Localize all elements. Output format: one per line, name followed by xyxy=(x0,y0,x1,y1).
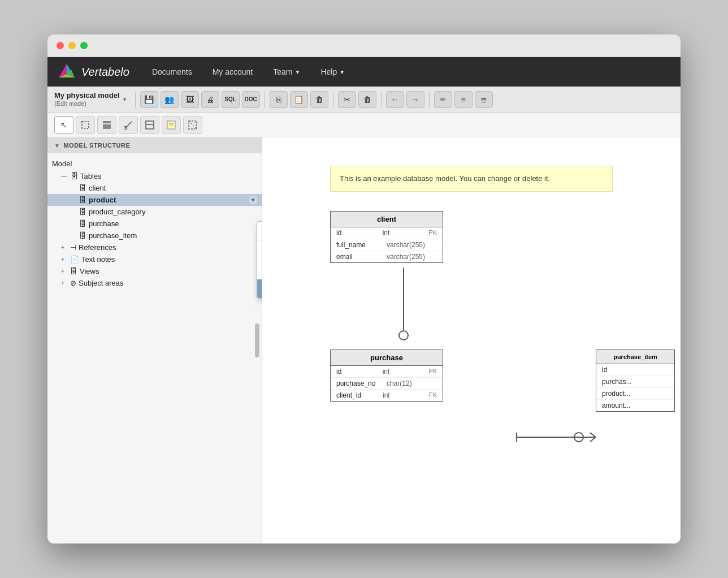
edit-button[interactable]: ✏ xyxy=(434,91,452,108)
hline-tool[interactable] xyxy=(140,116,159,134)
references-toggle[interactable]: + xyxy=(61,244,68,251)
context-menu-find-in-diagram[interactable]: Find in diagram xyxy=(257,279,262,298)
nav-team[interactable]: Team ▼ xyxy=(264,63,309,81)
connector-tool[interactable] xyxy=(119,116,138,134)
trash-button[interactable]: 🗑 xyxy=(358,91,376,108)
doc-button[interactable]: DOC xyxy=(242,91,260,108)
tree-item-model[interactable]: Model xyxy=(47,158,262,170)
copy-button[interactable]: ⎘ xyxy=(270,91,288,108)
model-subtext: (Edit mode) xyxy=(54,100,120,107)
purchase-col-clientid-key: FK xyxy=(429,391,437,399)
tree-item-product[interactable]: 🗄 product ▾ xyxy=(47,194,262,206)
delete-button[interactable]: 🗑 xyxy=(310,91,328,108)
client-table[interactable]: client id int PK full_name varchar(255) … xyxy=(330,211,443,263)
client-col-fullname-type: varchar(255) xyxy=(387,241,431,249)
purchase-item-header: purchase_item xyxy=(596,350,674,364)
purchase-icon: 🗄 xyxy=(79,219,86,228)
table-tool[interactable] xyxy=(97,116,116,134)
tree-item-purchase[interactable]: 🗄 purchase xyxy=(47,218,262,230)
subject-areas-toggle[interactable]: + xyxy=(61,280,68,286)
purchase-item-icon: 🗄 xyxy=(79,231,86,240)
navbar: Vertabelo Documents My account Team ▼ He… xyxy=(47,57,681,87)
views-toggle[interactable]: + xyxy=(61,268,68,274)
context-menu-delete-table[interactable]: Delete table xyxy=(257,260,262,279)
canvas-note: This is an example database model. You c… xyxy=(330,166,613,192)
pi-col-2: purchas... xyxy=(602,378,669,386)
purchase-row-id: id int PK xyxy=(331,366,443,378)
product-category-label: product_category xyxy=(89,208,257,216)
context-menu-add-shortcut-table[interactable]: Add shortcut table xyxy=(257,241,262,260)
cut-button[interactable]: ✂ xyxy=(338,91,356,108)
pi-col-3: product... xyxy=(602,390,669,398)
hatch-tool[interactable] xyxy=(183,116,202,134)
image-button[interactable]: 🖼 xyxy=(181,91,199,108)
close-button[interactable] xyxy=(57,42,64,49)
svg-rect-4 xyxy=(82,122,89,128)
client-col-email-type: varchar(255) xyxy=(387,253,431,261)
purchase-col-id-name: id xyxy=(336,368,377,376)
tree-item-text-notes[interactable]: + 📄 Text notes xyxy=(47,253,262,265)
sidebar-header-label: MODEL STRUCTURE xyxy=(63,142,130,149)
sidebar-collapse-icon[interactable]: ▼ xyxy=(54,143,60,149)
tree-item-purchase-item[interactable]: 🗄 purchase_item xyxy=(47,230,262,241)
text-notes-label: Text notes xyxy=(81,255,257,264)
toolbar-divider-1 xyxy=(135,92,136,107)
purchase-col-no-name: purchase_no xyxy=(336,379,381,387)
save-button[interactable]: 💾 xyxy=(140,91,158,108)
select-tool[interactable]: ↖ xyxy=(54,116,73,134)
client-row-fullname: full_name varchar(255) xyxy=(331,239,443,251)
context-menu-add-table[interactable]: Add table xyxy=(257,222,262,241)
share-button[interactable]: 👥 xyxy=(161,91,179,108)
client-row-id: id int PK xyxy=(331,227,443,239)
tree-item-tables[interactable]: — 🗄 Tables xyxy=(47,170,262,182)
diagram-connectors xyxy=(262,137,681,544)
sidebar-header: ▼ MODEL STRUCTURE xyxy=(47,137,262,153)
purchase-table[interactable]: purchase id int PK purchase_no char(12) … xyxy=(330,350,443,402)
minimize-button[interactable] xyxy=(68,42,76,49)
tree-item-client[interactable]: 🗄 client xyxy=(47,182,262,194)
sidebar: ▼ MODEL STRUCTURE Model — 🗄 Tables 🗄 xyxy=(47,137,262,544)
text-notes-toggle[interactable]: + xyxy=(61,256,68,262)
model-dropdown-arrow[interactable]: ▾ xyxy=(123,96,126,102)
nav-my-account[interactable]: My account xyxy=(203,63,262,81)
nav-documents[interactable]: Documents xyxy=(143,63,201,81)
nav-team-label: Team xyxy=(273,67,292,76)
pi-col-id: id xyxy=(602,366,669,374)
list2-button[interactable]: ≣ xyxy=(475,91,493,108)
purchase-col-id-type: int xyxy=(383,368,423,376)
product-table-label: product xyxy=(89,196,247,204)
client-col-fullname-name: full_name xyxy=(336,241,381,249)
nav-help[interactable]: Help ▼ xyxy=(311,63,354,81)
canvas-area[interactable]: This is an example database model. You c… xyxy=(262,137,681,544)
purchase-item-label: purchase_item xyxy=(89,231,257,240)
marquee-tool[interactable] xyxy=(76,116,95,134)
purchase-item-row-4: amount... xyxy=(596,400,674,411)
tree-item-product-category[interactable]: 🗄 product_category xyxy=(47,206,262,218)
list1-button[interactable]: ≡ xyxy=(454,91,473,108)
client-table-label: client xyxy=(89,184,257,192)
purchase-item-table[interactable]: purchase_item id purchas... product... a… xyxy=(596,350,675,412)
print-button[interactable]: 🖨 xyxy=(201,91,219,108)
redo-button[interactable]: → xyxy=(406,91,424,108)
client-table-header: client xyxy=(331,212,443,227)
tree-item-references[interactable]: + ⊣ References xyxy=(47,241,262,253)
maximize-button[interactable] xyxy=(80,42,88,49)
subject-areas-label: Subject areas xyxy=(79,279,257,287)
tables-toggle[interactable]: — xyxy=(61,173,68,179)
sidebar-resize-handle[interactable] xyxy=(255,323,259,357)
tree-item-subject-areas[interactable]: + ⊘ Subject areas xyxy=(47,277,262,289)
navbar-links: Documents My account Team ▼ Help ▼ xyxy=(143,63,671,81)
paste-button[interactable]: 📋 xyxy=(290,91,308,108)
main-content: ▼ MODEL STRUCTURE Model — 🗄 Tables 🗄 xyxy=(47,137,681,544)
svg-line-19 xyxy=(590,437,596,442)
client-table-icon: 🗄 xyxy=(79,184,86,192)
sql-button[interactable]: SQL xyxy=(222,91,240,108)
purchase-item-row-id: id xyxy=(596,364,674,376)
note-tool[interactable] xyxy=(162,116,181,134)
purchase-row-clientid: client_id int FK xyxy=(331,390,443,401)
undo-button[interactable]: ← xyxy=(386,91,404,108)
references-icon: ⊣ xyxy=(70,243,76,252)
product-dropdown-arrow[interactable]: ▾ xyxy=(249,196,257,204)
brand: Vertabelo xyxy=(57,62,129,82)
tree-item-views[interactable]: + 🗄 Views xyxy=(47,265,262,277)
